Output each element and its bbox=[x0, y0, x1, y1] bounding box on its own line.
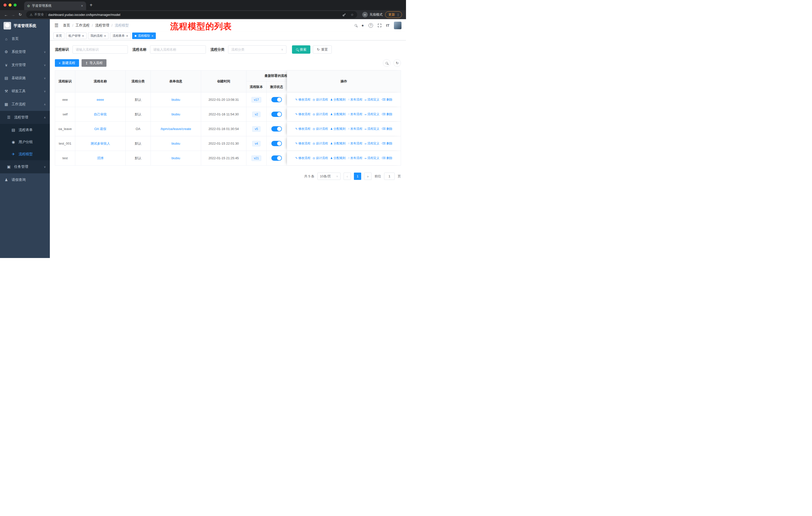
design-process-link[interactable]: ◎设计流程 bbox=[313, 156, 328, 160]
browser-update-button[interactable]: 更新 ⋮ bbox=[385, 11, 402, 18]
url-text[interactable]: dashboard.yudao.iocoder.cn/bpm/manager/m… bbox=[48, 13, 338, 17]
browser-tab[interactable]: ✿ 芋道管理系统 × bbox=[24, 1, 86, 10]
edit-process-link[interactable]: ✎修改流程 bbox=[295, 98, 310, 102]
sidebar-item-payment[interactable]: ¥ 支付管理 ∨ bbox=[0, 58, 50, 72]
refresh-table-button[interactable]: ↻ bbox=[394, 59, 401, 67]
close-icon[interactable]: × bbox=[104, 34, 106, 38]
tag-process-form[interactable]: 流程表单 × bbox=[110, 32, 130, 39]
reload-icon[interactable]: ↻ bbox=[17, 12, 24, 17]
maximize-window-button[interactable] bbox=[13, 3, 17, 6]
close-icon[interactable]: × bbox=[82, 34, 84, 38]
font-size-icon[interactable]: tT bbox=[386, 23, 389, 27]
delete-link[interactable]: ⌫删除 bbox=[382, 112, 393, 116]
process-name-link[interactable]: OA 请假 bbox=[94, 127, 107, 131]
process-definition-link[interactable]: ∞流程定义 bbox=[365, 156, 380, 160]
form-link[interactable]: biubiu bbox=[171, 156, 180, 160]
prev-page-button[interactable]: ‹ bbox=[344, 172, 351, 180]
breadcrumb-process-management[interactable]: 流程管理 bbox=[95, 23, 109, 28]
reset-button[interactable]: ↻ 重置 bbox=[313, 45, 332, 54]
process-definition-link[interactable]: ∞流程定义 bbox=[365, 141, 380, 146]
publish-process-link[interactable]: ☝发布流程 bbox=[348, 127, 362, 131]
breadcrumb-home[interactable]: 首页 bbox=[63, 23, 70, 28]
tag-tenant-management[interactable]: 租户管理 × bbox=[66, 32, 87, 39]
bookmark-star-icon[interactable]: ☆ bbox=[351, 13, 354, 17]
github-icon[interactable]: ● bbox=[361, 23, 364, 28]
form-link[interactable]: /bpm/oa/leave/create bbox=[161, 127, 191, 131]
goto-page-input[interactable] bbox=[384, 172, 395, 180]
status-toggle[interactable] bbox=[271, 141, 282, 146]
page-size-select[interactable]: 10条/页 ∨ bbox=[317, 172, 341, 180]
delete-link[interactable]: ⌫删除 bbox=[382, 156, 393, 160]
tag-process-model[interactable]: 流程模型 × bbox=[132, 32, 156, 39]
back-icon[interactable]: ← bbox=[2, 12, 9, 17]
process-key-input[interactable] bbox=[72, 45, 128, 54]
create-process-button[interactable]: + 新建流程 bbox=[55, 59, 79, 67]
form-link[interactable]: biubiu bbox=[171, 98, 180, 102]
close-icon[interactable]: × bbox=[151, 34, 153, 38]
sidebar-item-leave-query[interactable]: ♟ 请假查询 bbox=[0, 173, 50, 186]
design-process-link[interactable]: ◎设计流程 bbox=[313, 141, 328, 146]
category-select[interactable]: 流程分类 ∨ bbox=[228, 45, 286, 54]
design-process-link[interactable]: ◎设计流程 bbox=[313, 98, 328, 102]
import-process-button[interactable]: ↥ 导入流程 bbox=[82, 59, 107, 67]
assign-rule-link[interactable]: ♟分配规则 bbox=[330, 98, 346, 102]
status-toggle[interactable] bbox=[271, 156, 282, 161]
process-definition-link[interactable]: ∞流程定义 bbox=[365, 98, 380, 102]
menu-fold-icon[interactable]: ☰ bbox=[54, 23, 58, 28]
next-page-button[interactable]: › bbox=[364, 172, 372, 180]
delete-link[interactable]: ⌫删除 bbox=[382, 141, 393, 146]
forward-icon[interactable]: → bbox=[9, 12, 17, 17]
delete-link[interactable]: ⌫删除 bbox=[382, 127, 393, 131]
form-link[interactable]: biubiu bbox=[171, 142, 180, 145]
assign-rule-link[interactable]: ♟分配规则 bbox=[330, 112, 346, 116]
sidebar-item-system[interactable]: ⚙ 系统管理 ∨ bbox=[0, 45, 50, 58]
assign-rule-link[interactable]: ♟分配规则 bbox=[330, 156, 346, 160]
tag-home[interactable]: 首页 bbox=[53, 32, 64, 39]
edit-process-link[interactable]: ✎修改流程 bbox=[295, 112, 310, 116]
process-name-link[interactable]: 测试多审批人 bbox=[91, 141, 110, 146]
design-process-link[interactable]: ◎设计流程 bbox=[313, 127, 328, 131]
close-window-button[interactable] bbox=[3, 3, 6, 6]
key-icon[interactable] bbox=[342, 13, 346, 17]
publish-process-link[interactable]: ☝发布流程 bbox=[348, 156, 362, 160]
publish-process-link[interactable]: ☝发布流程 bbox=[348, 98, 362, 102]
sidebar-item-user-group[interactable]: ◉ 用户分组 bbox=[0, 136, 50, 148]
search-button[interactable]: 搜索 bbox=[292, 45, 310, 54]
minimize-window-button[interactable] bbox=[8, 3, 11, 6]
browser-menu-icon[interactable]: ⋮ bbox=[397, 13, 400, 17]
publish-process-link[interactable]: ☝发布流程 bbox=[348, 141, 362, 146]
security-indicator[interactable]: ⚠ 不安全 bbox=[30, 12, 44, 17]
process-definition-link[interactable]: ∞流程定义 bbox=[365, 127, 380, 131]
design-process-link[interactable]: ◎设计流程 bbox=[313, 112, 328, 116]
sidebar-item-task-management[interactable]: ▣ 任务管理 ∨ bbox=[0, 160, 50, 173]
help-icon[interactable]: ? bbox=[369, 23, 373, 28]
tab-close-icon[interactable]: × bbox=[81, 4, 83, 8]
process-definition-link[interactable]: ∞流程定义 bbox=[365, 112, 380, 116]
status-toggle[interactable] bbox=[271, 126, 282, 132]
tag-my-process[interactable]: 我的流程 × bbox=[88, 32, 109, 39]
user-avatar[interactable] bbox=[394, 22, 402, 29]
show-search-button[interactable] bbox=[383, 59, 390, 67]
status-toggle[interactable] bbox=[271, 97, 282, 102]
sidebar-item-process-management[interactable]: ☰ 流程管理 ∧ bbox=[0, 111, 50, 124]
delete-link[interactable]: ⌫删除 bbox=[382, 98, 393, 102]
address-bar[interactable]: ⚠ 不安全 dashboard.yudao.iocoder.cn/bpm/man… bbox=[26, 11, 357, 18]
edit-process-link[interactable]: ✎修改流程 bbox=[295, 156, 310, 160]
breadcrumb-workflow[interactable]: 工作流程 bbox=[76, 23, 90, 28]
process-name-link[interactable]: 自己审批 bbox=[94, 112, 107, 117]
new-tab-button[interactable]: + bbox=[90, 2, 93, 8]
process-name-link[interactable]: 滔博 bbox=[97, 156, 104, 161]
assign-rule-link[interactable]: ♟分配规则 bbox=[330, 127, 346, 131]
process-name-input[interactable] bbox=[150, 45, 206, 54]
edit-process-link[interactable]: ✎修改流程 bbox=[295, 127, 310, 131]
close-icon[interactable]: × bbox=[126, 34, 128, 38]
current-page-button[interactable]: 1 bbox=[354, 172, 361, 180]
status-toggle[interactable] bbox=[271, 112, 282, 117]
form-link[interactable]: biubiu bbox=[171, 112, 180, 116]
search-icon[interactable] bbox=[355, 24, 357, 26]
edit-process-link[interactable]: ✎修改流程 bbox=[295, 141, 310, 146]
sidebar-item-infrastructure[interactable]: ▤ 基础设施 ∨ bbox=[0, 72, 50, 85]
sidebar-item-dev-tools[interactable]: ⚒ 研发工具 ∨ bbox=[0, 85, 50, 98]
process-name-link[interactable]: eeee bbox=[97, 98, 104, 102]
sidebar-item-workflow[interactable]: ▦ 工作流程 ∧ bbox=[0, 98, 50, 111]
